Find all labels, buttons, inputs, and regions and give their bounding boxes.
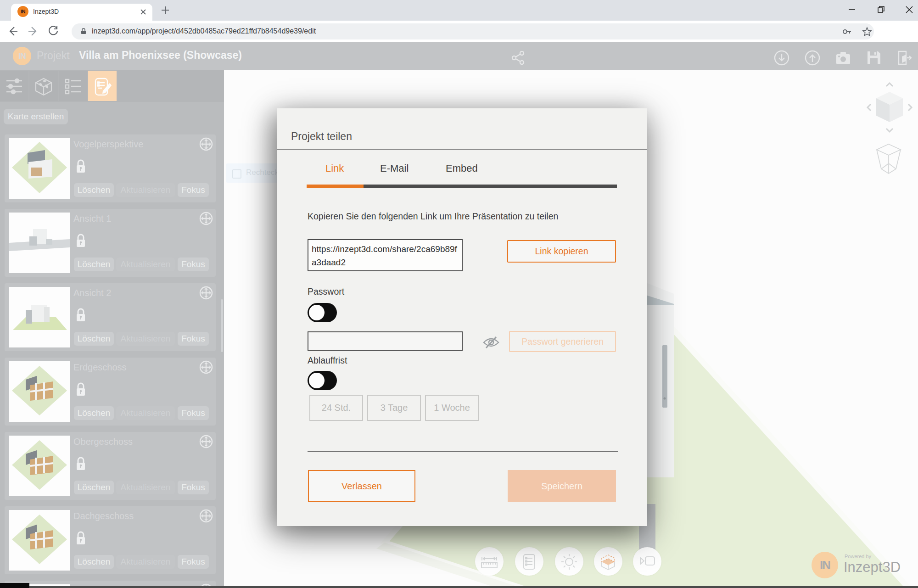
settings-sliders-icon[interactable] bbox=[0, 71, 28, 101]
add-view-icon[interactable] bbox=[199, 360, 213, 374]
object-list-icon[interactable] bbox=[59, 71, 87, 101]
camera-icon[interactable] bbox=[834, 49, 852, 67]
view-thumbnail[interactable] bbox=[9, 361, 70, 422]
update-view-button[interactable]: Aktualisieren bbox=[116, 258, 175, 271]
save-icon[interactable] bbox=[865, 49, 883, 67]
focus-view-button[interactable]: Fokus bbox=[178, 258, 209, 271]
lock-icon[interactable] bbox=[76, 382, 86, 397]
notes-panel-icon[interactable] bbox=[515, 547, 543, 576]
focus-view-button[interactable]: Fokus bbox=[178, 406, 209, 420]
view-thumbnail[interactable] bbox=[9, 436, 70, 496]
delete-view-button[interactable]: Löschen bbox=[74, 555, 114, 569]
window-close-button[interactable] bbox=[901, 3, 918, 17]
expiry-option-2[interactable]: 3 Tage bbox=[367, 395, 421, 421]
focus-view-button[interactable]: Fokus bbox=[178, 332, 209, 346]
window-restore-button[interactable] bbox=[872, 3, 890, 17]
floor-section-icon[interactable] bbox=[594, 547, 622, 576]
tab-e-mail[interactable]: E-Mail bbox=[380, 162, 409, 174]
sun-light-icon[interactable] bbox=[555, 547, 583, 576]
focus-view-button[interactable]: Fokus bbox=[178, 555, 209, 569]
add-view-icon[interactable] bbox=[199, 212, 213, 225]
delete-view-button[interactable]: Löschen bbox=[74, 332, 114, 346]
focus-view-button[interactable]: Fokus bbox=[178, 481, 209, 494]
new-tab-button[interactable] bbox=[160, 5, 171, 16]
password-toggle[interactable] bbox=[308, 303, 337, 322]
toggle-knob bbox=[309, 373, 325, 388]
create-map-button[interactable]: Karte erstellen bbox=[4, 109, 68, 124]
bookmark-star-icon[interactable] bbox=[862, 27, 872, 37]
walkthrough-camera-icon[interactable] bbox=[633, 547, 661, 576]
expiry-toggle[interactable] bbox=[308, 371, 337, 390]
view-thumbnail[interactable] bbox=[9, 213, 70, 273]
reload-button[interactable] bbox=[47, 25, 60, 38]
update-view-button[interactable]: Aktualisieren bbox=[116, 332, 175, 346]
window-edge-bottom bbox=[0, 586, 918, 588]
browser-toolbar: inzept3d.com/app/project/d452db0485ac79e… bbox=[0, 21, 918, 42]
add-view-icon[interactable] bbox=[199, 137, 213, 151]
view-name: Erdgeschoss bbox=[73, 362, 127, 373]
view-card: Ansicht 2 Löschen Aktualisieren Fokus bbox=[5, 283, 216, 351]
lock-icon[interactable] bbox=[76, 159, 86, 174]
window-minimize-button[interactable] bbox=[843, 3, 861, 17]
share-link-input[interactable]: https://inzept3d.com/share/2ca69b89fa3da… bbox=[308, 239, 463, 271]
view-thumbnail[interactable] bbox=[9, 287, 70, 347]
perspective-cube-icon[interactable] bbox=[875, 142, 902, 175]
update-view-button[interactable]: Aktualisieren bbox=[116, 555, 175, 569]
lock-icon[interactable] bbox=[76, 234, 86, 248]
navigation-cube[interactable] bbox=[864, 80, 915, 135]
password-manager-icon[interactable] bbox=[842, 27, 852, 37]
leave-button[interactable]: Verlassen bbox=[308, 470, 415, 502]
tab-close-icon[interactable] bbox=[139, 7, 148, 17]
save-button[interactable]: Speichern bbox=[508, 470, 616, 502]
view-thumbnail[interactable] bbox=[9, 138, 70, 199]
exit-icon[interactable] bbox=[895, 49, 912, 67]
view-card: Dachgeschoss Löschen Aktualisieren Fokus bbox=[5, 506, 216, 574]
expiry-option-3[interactable]: 1 Woche bbox=[425, 395, 479, 421]
add-view-icon[interactable] bbox=[199, 435, 213, 448]
password-visibility-icon[interactable] bbox=[482, 336, 500, 349]
view-card: Erdgeschoss Löschen Aktualisieren Fokus bbox=[5, 358, 216, 426]
password-input[interactable] bbox=[308, 331, 463, 351]
url-text[interactable]: inzept3d.com/app/project/d452db0485ac79e… bbox=[92, 27, 316, 35]
delete-view-button[interactable]: Löschen bbox=[74, 183, 114, 197]
expiry-options: 24 Std.3 Tage1 Woche bbox=[309, 395, 539, 421]
materials-cube-icon[interactable] bbox=[29, 71, 58, 101]
view-name: Ansicht 1 bbox=[73, 213, 111, 224]
watermark-powered-by: Powered by bbox=[845, 554, 871, 559]
browser-tab[interactable]: IN Inzept3D bbox=[11, 4, 152, 21]
lock-icon[interactable] bbox=[76, 457, 86, 471]
expiry-option-1[interactable]: 24 Std. bbox=[309, 395, 363, 421]
generate-password-button[interactable]: Passwort generieren bbox=[509, 331, 616, 352]
delete-view-button[interactable]: Löschen bbox=[74, 258, 114, 271]
share-icon[interactable] bbox=[509, 49, 527, 67]
download-icon[interactable] bbox=[773, 49, 790, 67]
view-thumbnail[interactable] bbox=[9, 510, 70, 571]
tab-link[interactable]: Link bbox=[325, 162, 344, 174]
lock-icon[interactable] bbox=[76, 308, 86, 323]
share-instruction: Kopieren Sie den folgenden Link um Ihre … bbox=[308, 211, 629, 222]
update-view-button[interactable]: Aktualisieren bbox=[116, 406, 175, 420]
address-bar[interactable]: inzept3d.com/app/project/d452db0485ac79e… bbox=[72, 23, 874, 39]
add-view-icon[interactable] bbox=[199, 509, 213, 523]
focus-view-button[interactable]: Fokus bbox=[178, 183, 209, 197]
delete-view-button[interactable]: Löschen bbox=[74, 406, 114, 420]
update-view-button[interactable]: Aktualisieren bbox=[116, 183, 175, 197]
measure-tool-icon[interactable] bbox=[475, 547, 504, 576]
upload-icon[interactable] bbox=[804, 49, 821, 67]
update-view-button[interactable]: Aktualisieren bbox=[116, 481, 175, 494]
sidebar-scrollbar[interactable] bbox=[221, 299, 223, 352]
back-button[interactable] bbox=[6, 25, 19, 38]
tab-embed[interactable]: Embed bbox=[446, 162, 478, 174]
notes-edit-icon[interactable] bbox=[88, 71, 117, 101]
crop-rectangle-icon bbox=[232, 169, 241, 179]
forward-button[interactable] bbox=[27, 25, 39, 38]
delete-view-button[interactable]: Löschen bbox=[74, 481, 114, 494]
password-label: Passwort bbox=[308, 286, 344, 297]
lock-icon[interactable] bbox=[76, 531, 86, 546]
view-name: Ansicht 2 bbox=[73, 288, 111, 298]
add-view-icon[interactable] bbox=[199, 286, 213, 300]
view-card: Obergeschoss Löschen Aktualisieren Fokus bbox=[5, 432, 216, 500]
app-header: IN Projekt Villa am Phoenixsee (Showcase… bbox=[0, 42, 918, 70]
watermark: IN Powered by Inzept3D bbox=[812, 551, 912, 580]
copy-link-button[interactable]: Link kopieren bbox=[507, 240, 616, 263]
